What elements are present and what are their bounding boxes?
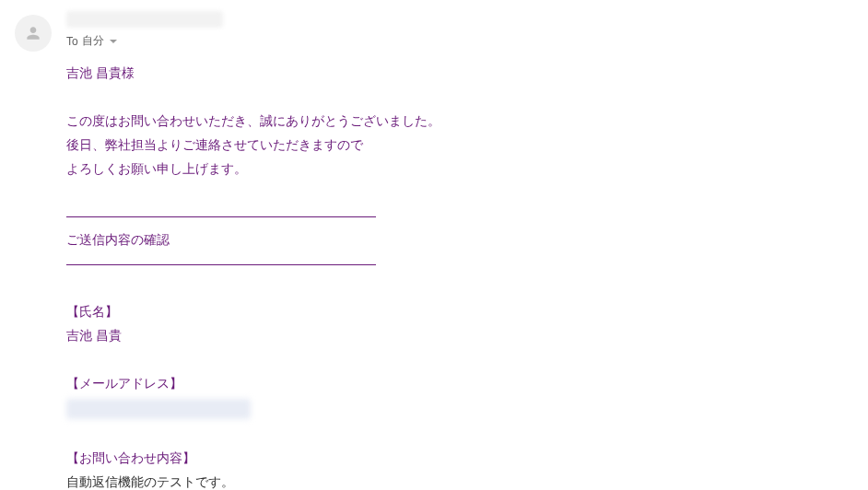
field-inquiry-label: 【お問い合わせ内容】 (66, 447, 853, 471)
email-content: To 自分 吉池 昌貴様 この度はお問い合わせいただき、誠にありがとうございまし… (66, 11, 853, 490)
thanks-line: この度はお問い合わせいただき、誠にありがとうございました。 (66, 110, 853, 134)
divider-top: ―――――――――――――――――――――――― (66, 204, 853, 228)
sender-name-redacted (66, 11, 223, 28)
chevron-down-icon[interactable] (110, 40, 117, 43)
divider-bottom: ―――――――――――――――――――――――― (66, 252, 853, 276)
to-label: To (66, 35, 78, 48)
followup-line-2: よろしくお願い申し上げます。 (66, 158, 853, 181)
avatar[interactable] (15, 15, 52, 52)
field-email-redacted (66, 399, 251, 419)
person-icon (24, 24, 42, 42)
to-recipient: 自分 (82, 33, 104, 49)
field-name-value: 吉池 昌貴 (66, 324, 853, 348)
email-container: To 自分 吉池 昌貴様 この度はお問い合わせいただき、誠にありがとうございまし… (0, 0, 868, 490)
email-body: 吉池 昌貴様 この度はお問い合わせいただき、誠にありがとうございました。 後日、… (66, 62, 853, 490)
greeting: 吉池 昌貴様 (66, 62, 853, 86)
field-name-label: 【氏名】 (66, 300, 853, 324)
field-inquiry-value: 自動返信機能のテストです。 (66, 471, 853, 490)
followup-line-1: 後日、弊社担当よりご連絡させていただきますので (66, 134, 853, 158)
to-line[interactable]: To 自分 (66, 33, 853, 49)
field-email-label: 【メールアドレス】 (66, 372, 853, 396)
confirm-title: ご送信内容の確認 (66, 228, 853, 252)
email-header: To 自分 (66, 11, 853, 49)
